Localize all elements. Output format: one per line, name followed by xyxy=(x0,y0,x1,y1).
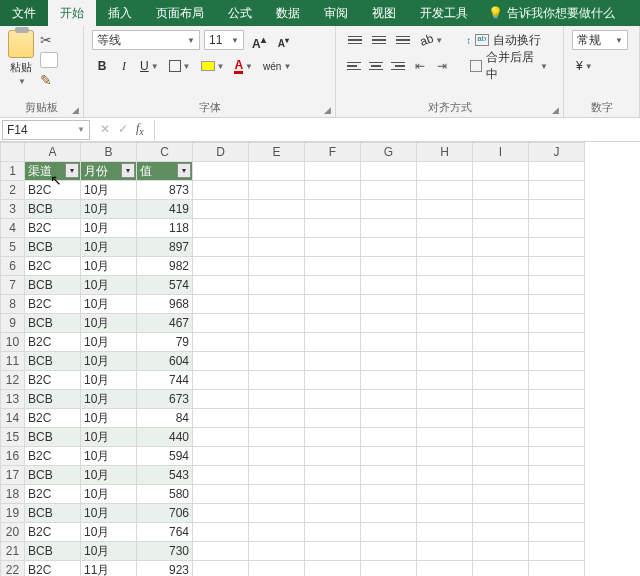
font-color-button[interactable]: A▼ xyxy=(230,56,257,76)
row-header[interactable]: 5 xyxy=(1,238,25,257)
number-format-combo[interactable]: 常规 ▼ xyxy=(572,30,628,50)
cell[interactable]: 10月 xyxy=(81,295,137,314)
cell[interactable]: 580 xyxy=(137,485,193,504)
col-header[interactable]: D xyxy=(193,143,249,162)
cell[interactable]: B2C xyxy=(25,485,81,504)
tab-data[interactable]: 数据 xyxy=(264,0,312,26)
table-header-cell[interactable]: 月份▾ xyxy=(81,162,137,181)
cell[interactable]: 968 xyxy=(137,295,193,314)
align-left-button[interactable] xyxy=(344,56,364,76)
row-header[interactable]: 8 xyxy=(1,295,25,314)
cell[interactable]: 10月 xyxy=(81,447,137,466)
cell[interactable]: BCB xyxy=(25,542,81,561)
cell[interactable]: 84 xyxy=(137,409,193,428)
cell[interactable]: 10月 xyxy=(81,542,137,561)
tab-view[interactable]: 视图 xyxy=(360,0,408,26)
cell[interactable]: BCB xyxy=(25,276,81,295)
col-header[interactable]: C xyxy=(137,143,193,162)
cell[interactable]: B2C xyxy=(25,447,81,466)
border-button[interactable]: ▼ xyxy=(165,56,195,76)
tab-insert[interactable]: 插入 xyxy=(96,0,144,26)
cell[interactable]: 11月 xyxy=(81,561,137,577)
cell[interactable]: B2C xyxy=(25,371,81,390)
cell[interactable]: 10月 xyxy=(81,219,137,238)
cell[interactable]: B2C xyxy=(25,295,81,314)
tell-me-search[interactable]: 💡 告诉我你想要做什么 xyxy=(480,0,623,26)
align-bottom-button[interactable] xyxy=(392,30,414,50)
cell[interactable]: 10月 xyxy=(81,409,137,428)
font-size-combo[interactable]: 11 ▼ xyxy=(204,30,244,50)
copy-button[interactable] xyxy=(40,52,58,68)
cell[interactable]: 10月 xyxy=(81,257,137,276)
align-top-button[interactable] xyxy=(344,30,366,50)
cell[interactable]: B2C xyxy=(25,523,81,542)
merge-center-button[interactable]: 合并后居中 ▼ xyxy=(463,56,555,76)
row-header[interactable]: 6 xyxy=(1,257,25,276)
row-header[interactable]: 18 xyxy=(1,485,25,504)
row-header[interactable]: 19 xyxy=(1,504,25,523)
name-box[interactable]: F14 ▼ xyxy=(2,120,90,140)
cell[interactable]: 10月 xyxy=(81,276,137,295)
row-header[interactable]: 20 xyxy=(1,523,25,542)
format-painter-button[interactable]: ✎ xyxy=(40,72,58,88)
row-header[interactable]: 16 xyxy=(1,447,25,466)
cell[interactable]: 543 xyxy=(137,466,193,485)
tab-review[interactable]: 审阅 xyxy=(312,0,360,26)
cell[interactable]: 730 xyxy=(137,542,193,561)
cell[interactable]: 923 xyxy=(137,561,193,577)
tab-page-layout[interactable]: 页面布局 xyxy=(144,0,216,26)
cell[interactable]: 10月 xyxy=(81,333,137,352)
cell[interactable]: 79 xyxy=(137,333,193,352)
row-header[interactable]: 4 xyxy=(1,219,25,238)
align-middle-button[interactable] xyxy=(368,30,390,50)
cell[interactable]: B2C xyxy=(25,561,81,577)
select-all-corner[interactable] xyxy=(1,143,25,162)
cell[interactable]: 594 xyxy=(137,447,193,466)
cell[interactable]: 604 xyxy=(137,352,193,371)
cell[interactable]: 118 xyxy=(137,219,193,238)
filter-button[interactable]: ▾ xyxy=(121,163,135,178)
tab-home[interactable]: 开始 xyxy=(48,0,96,26)
row-header[interactable]: 9 xyxy=(1,314,25,333)
cell[interactable]: 873 xyxy=(137,181,193,200)
row-header[interactable]: 3 xyxy=(1,200,25,219)
increase-indent-button[interactable]: ⇥ xyxy=(432,56,452,76)
row-header[interactable]: 2 xyxy=(1,181,25,200)
cell[interactable]: BCB xyxy=(25,238,81,257)
cell[interactable]: 673 xyxy=(137,390,193,409)
cell[interactable]: 10月 xyxy=(81,371,137,390)
cell[interactable]: 10月 xyxy=(81,390,137,409)
col-header[interactable]: I xyxy=(473,143,529,162)
formula-input[interactable] xyxy=(154,120,640,140)
col-header[interactable]: A xyxy=(25,143,81,162)
row-header[interactable]: 15 xyxy=(1,428,25,447)
cell[interactable]: 744 xyxy=(137,371,193,390)
tab-developer[interactable]: 开发工具 xyxy=(408,0,480,26)
phonetic-button[interactable]: wén▼ xyxy=(259,56,295,76)
cell[interactable]: 10月 xyxy=(81,466,137,485)
dialog-launcher-icon[interactable]: ◢ xyxy=(552,105,559,115)
cell[interactable]: 10月 xyxy=(81,504,137,523)
cell[interactable]: BCB xyxy=(25,200,81,219)
row-header[interactable]: 13 xyxy=(1,390,25,409)
paste-button[interactable]: 粘贴 ▼ xyxy=(8,30,34,88)
decrease-indent-button[interactable]: ⇤ xyxy=(410,56,430,76)
cell[interactable]: B2C xyxy=(25,333,81,352)
cell[interactable]: B2C xyxy=(25,257,81,276)
col-header[interactable]: E xyxy=(249,143,305,162)
row-header[interactable]: 14 xyxy=(1,409,25,428)
filter-button[interactable]: ▾ xyxy=(65,163,79,178)
worksheet[interactable]: A B C D E F G H I J 1渠道▾月份▾值▾2B2C10月8733… xyxy=(0,142,640,576)
cell[interactable]: B2C xyxy=(25,219,81,238)
row-header[interactable]: 17 xyxy=(1,466,25,485)
cell[interactable]: 574 xyxy=(137,276,193,295)
cell[interactable]: 982 xyxy=(137,257,193,276)
dialog-launcher-icon[interactable]: ◢ xyxy=(324,105,331,115)
dialog-launcher-icon[interactable]: ◢ xyxy=(72,105,79,115)
italic-button[interactable]: I xyxy=(114,56,134,76)
col-header[interactable]: F xyxy=(305,143,361,162)
tab-file[interactable]: 文件 xyxy=(0,0,48,26)
cell[interactable]: 10月 xyxy=(81,428,137,447)
orientation-button[interactable]: ab▼ xyxy=(416,30,447,50)
cell[interactable]: 10月 xyxy=(81,523,137,542)
